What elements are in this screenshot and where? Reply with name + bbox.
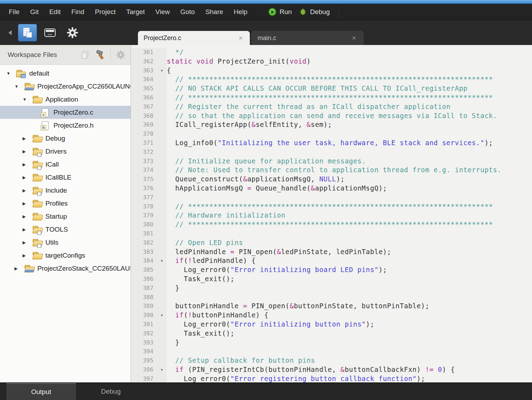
- menu-project[interactable]: Project: [90, 8, 121, 16]
- menu-goto[interactable]: Goto: [175, 8, 200, 16]
- tree-item-targetConfigs[interactable]: ▶targetConfigs: [0, 249, 131, 262]
- tree-item-default[interactable]: ▼default: [0, 67, 131, 80]
- line-number: 388: [131, 293, 157, 302]
- fold-spacer: [157, 193, 167, 202]
- fold-spacer: [157, 84, 167, 93]
- tree-item-ICall[interactable]: ▶ICall: [0, 158, 131, 171]
- fold-icon[interactable]: ▾: [157, 66, 167, 75]
- folder-icon: [32, 173, 42, 182]
- menu-view[interactable]: View: [150, 8, 175, 16]
- tree-item-Application[interactable]: ▼Application: [0, 93, 131, 106]
- expander-icon[interactable]: ▶: [23, 162, 32, 167]
- line-number: 393: [131, 338, 157, 347]
- expander-icon[interactable]: ▶: [23, 201, 32, 206]
- folder-project-icon: [24, 82, 34, 91]
- collapse-sidebar-icon[interactable]: [8, 30, 12, 35]
- expander-icon[interactable]: ▼: [23, 97, 32, 102]
- line-number: 390: [131, 311, 157, 320]
- code-text: // Open LED pins: [167, 238, 243, 247]
- fold-spacer: [157, 102, 167, 111]
- tree-item-ProjectZero.c[interactable]: ProjectZero.c: [0, 106, 131, 119]
- expander-icon[interactable]: ▶: [23, 188, 32, 193]
- fold-icon[interactable]: ▾: [157, 256, 167, 265]
- code-text: // NO STACK API CALLS CAN OCCUR BEFORE T…: [167, 84, 468, 93]
- code-text: // Initialize queue for application mess…: [167, 157, 366, 166]
- fold-spacer: [157, 111, 167, 121]
- fold-spacer: [157, 48, 167, 57]
- folder-project-icon: [24, 264, 34, 273]
- code-line: 389 buttonPinHandle = PIN_open(&buttonPi…: [131, 302, 532, 311]
- console-button[interactable]: [40, 24, 59, 41]
- expander-icon[interactable]: ▶: [14, 266, 24, 271]
- line-number: 368: [131, 111, 157, 121]
- expander-icon[interactable]: ▶: [23, 136, 32, 141]
- expander-icon[interactable]: ▶: [23, 214, 32, 219]
- fold-spacer: [157, 129, 167, 138]
- menu-share[interactable]: Share: [200, 8, 229, 16]
- hammer-icon[interactable]: [95, 50, 106, 60]
- line-number: 377: [131, 193, 157, 202]
- run-button[interactable]: Run: [265, 7, 295, 17]
- tree-item-TOOLS[interactable]: ▶TOOLS: [0, 223, 131, 236]
- sidebar-title: Workspace Files: [8, 51, 57, 59]
- debug-button[interactable]: Debug: [295, 7, 333, 17]
- fold-spacer: [157, 138, 167, 148]
- fold-spacer: [157, 275, 167, 284]
- toolbar-left: [0, 20, 86, 45]
- tab-label: main.c: [258, 34, 350, 42]
- fold-icon[interactable]: ▾: [157, 365, 167, 374]
- code-line: 370: [131, 129, 532, 138]
- tree-item-label: ICallBLE: [45, 174, 71, 181]
- menu-target[interactable]: Target: [121, 8, 150, 16]
- line-number: 384: [131, 256, 157, 265]
- menu-find[interactable]: Find: [66, 8, 90, 16]
- tree-item-Profiles[interactable]: ▶Profiles: [0, 197, 131, 210]
- tree-item-ICallBLE[interactable]: ▶ICallBLE: [0, 171, 131, 184]
- code-line: 369 ICall_registerApp(&selfEntity, &sem)…: [131, 120, 532, 129]
- tree-item-ProjectZeroApp_CC2650LAUNC[interactable]: ▼ProjectZeroApp_CC2650LAUNC: [0, 80, 131, 93]
- line-number: 382: [131, 238, 157, 247]
- fold-spacer: [157, 356, 167, 365]
- fold-icon[interactable]: ▾: [157, 311, 167, 320]
- expander-icon[interactable]: ▶: [23, 227, 32, 232]
- expander-icon[interactable]: ▶: [23, 175, 32, 180]
- menu-help[interactable]: Help: [228, 8, 253, 16]
- panel-tab-debug[interactable]: Debug: [84, 383, 137, 400]
- folder-icon: [32, 95, 42, 104]
- tree-item-Startup[interactable]: ▶Startup: [0, 210, 131, 223]
- close-icon[interactable]: ×: [350, 34, 357, 42]
- tree-item-ProjectZeroStack_CC2650LAUN[interactable]: ▶ProjectZeroStack_CC2650LAUN: [0, 262, 131, 275]
- expander-icon[interactable]: ▼: [14, 84, 24, 89]
- panel-tab-output[interactable]: Output: [6, 383, 76, 400]
- settings-button[interactable]: [63, 24, 82, 41]
- tree-item-Drivers[interactable]: ▶Drivers: [0, 145, 131, 158]
- code-line: 381: [131, 229, 532, 238]
- tree-item-label: Profiles: [45, 200, 68, 207]
- code-line: 378 // *********************************…: [131, 202, 532, 211]
- expander-icon[interactable]: ▼: [6, 71, 16, 76]
- run-icon: [268, 8, 277, 16]
- sidebar-gear-icon[interactable]: [116, 50, 126, 60]
- code-text: static void ProjectZero_init(void): [167, 57, 311, 66]
- expander-icon[interactable]: ▶: [23, 253, 32, 258]
- tree-item-Debug[interactable]: ▶Debug: [0, 132, 131, 145]
- code-text: // Note: Used to transfer control to app…: [167, 166, 501, 175]
- expander-icon[interactable]: ▶: [23, 149, 32, 154]
- expander-icon[interactable]: ▶: [23, 240, 32, 245]
- menu-file[interactable]: File: [4, 8, 25, 16]
- code-text: }: [167, 338, 179, 347]
- tree-item-Include[interactable]: ▶Include: [0, 184, 131, 197]
- code-area[interactable]: 361 */362static void ProjectZero_init(vo…: [131, 45, 532, 382]
- close-icon[interactable]: ×: [237, 34, 244, 42]
- tree-item-Utils[interactable]: ▶Utils: [0, 236, 131, 249]
- tab-ProjectZero.c[interactable]: ProjectZero.c×: [138, 31, 250, 45]
- file-c-icon: [40, 108, 50, 117]
- copy-icon[interactable]: [80, 50, 90, 60]
- code-text: if(!buttonPinHandle) {: [167, 311, 268, 320]
- menu-git[interactable]: Git: [25, 8, 44, 16]
- code-text: // Register the current thread as an ICa…: [167, 102, 451, 111]
- menu-edit[interactable]: Edit: [44, 8, 66, 16]
- workspace-files-button[interactable]: [18, 24, 37, 41]
- tab-main.c[interactable]: main.c×: [252, 31, 363, 45]
- tree-item-ProjectZero.h[interactable]: ProjectZero.h: [0, 119, 131, 132]
